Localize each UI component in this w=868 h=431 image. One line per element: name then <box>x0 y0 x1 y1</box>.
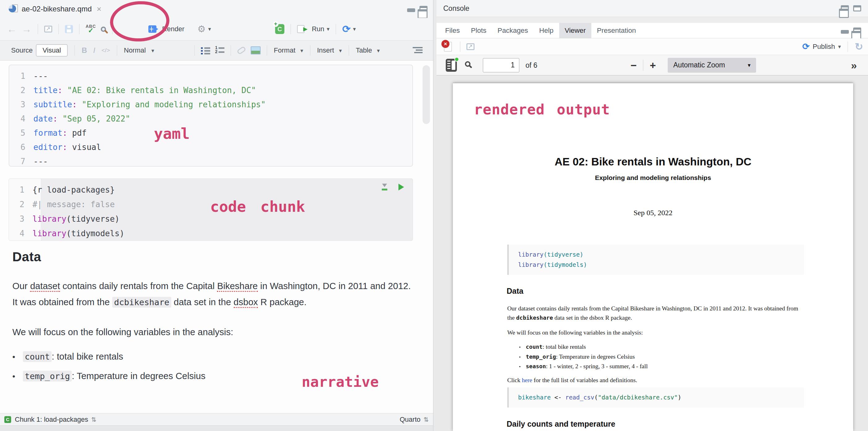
paragraph-style-label: Normal <box>124 47 146 54</box>
render-button[interactable]: Render <box>146 23 187 35</box>
table-menu-label: Table <box>356 47 372 54</box>
source-document-button[interactable]: ⟳ ▾ <box>340 22 358 36</box>
console-title[interactable]: Console <box>443 4 469 13</box>
source-mode-toggle[interactable]: Source <box>8 44 36 56</box>
outline-toggle-button[interactable] <box>410 45 425 56</box>
render-options-caret-icon[interactable]: ▾ <box>208 26 211 32</box>
run-chunk-icon[interactable] <box>399 184 404 190</box>
tab-packages[interactable]: Packages <box>492 23 534 38</box>
yaml-block[interactable]: 1--- 2title: "AE 02: Bike rentals in Was… <box>9 65 413 167</box>
tab-plots[interactable]: Plots <box>466 23 492 38</box>
quarto-file-icon <box>9 4 18 13</box>
run-icon <box>297 25 305 33</box>
open-in-new-window-button[interactable] <box>42 24 55 34</box>
run-label: Run <box>312 25 324 33</box>
minimize-pane-icon[interactable] <box>407 8 415 12</box>
forward-button[interactable]: → <box>19 22 34 36</box>
restore-pane-icon[interactable] <box>841 5 849 11</box>
document-tab[interactable]: ae-02-bikeshare.qmd × <box>6 0 104 18</box>
toolbar-more-icon[interactable]: » <box>851 59 857 71</box>
minimize-pane-icon[interactable] <box>841 30 849 34</box>
code-chunk-block[interactable]: 1{r load-packages} 2#| message: false 3l… <box>9 178 413 241</box>
spellcheck-icon: ABC✓ <box>86 24 96 34</box>
zoom-out-button[interactable]: − <box>630 59 637 71</box>
pdf-viewer-content[interactable]: rendered output AE 02: Bike rentals in W… <box>436 75 868 431</box>
pdf-viewer-toolbar: of 6 − + Automatic Zoom ▾ » <box>436 55 868 75</box>
italic-button[interactable]: I <box>90 46 99 55</box>
yaml-line: 2title: "AE 02: Bike rentals in Washingt… <box>9 83 412 97</box>
pdf-link[interactable]: here <box>522 377 532 383</box>
pdf-paragraph: Our dataset contains daily rentals from … <box>507 304 806 322</box>
maximize-pane-icon[interactable] <box>853 5 861 11</box>
paragraph-style-dropdown[interactable]: Normal ▾ <box>121 44 157 56</box>
editor-scrollbar[interactable] <box>423 65 430 124</box>
zoom-in-button[interactable]: + <box>650 59 656 71</box>
link-icon <box>237 46 246 55</box>
code-format-button[interactable]: </> <box>98 47 113 54</box>
page-number-input[interactable] <box>483 58 519 72</box>
tab-files[interactable]: Files <box>440 23 466 38</box>
pdf-paragraph: We will focus on the following variables… <box>507 328 806 337</box>
chunk-nav-icon[interactable]: ⇅ <box>91 416 96 423</box>
run-button[interactable]: Run ▾ <box>294 23 332 35</box>
chunk-status-label[interactable]: Chunk 1: load-packages <box>15 415 88 424</box>
refresh-icon[interactable]: ↻ <box>855 42 863 52</box>
find-replace-button[interactable] <box>98 25 108 34</box>
back-button[interactable]: ← <box>4 22 19 36</box>
render-settings-button[interactable]: ⚙ <box>195 23 208 36</box>
open-in-browser-button[interactable] <box>464 41 477 52</box>
section-heading: Data <box>12 249 414 264</box>
outline-icon <box>413 47 423 54</box>
tab-help[interactable]: Help <box>533 23 559 38</box>
image-button[interactable] <box>248 44 263 56</box>
yaml-line: 1--- <box>9 69 412 83</box>
document-tab-title[interactable]: ae-02-bikeshare.qmd <box>22 5 92 13</box>
chunk-line: 4library(tidymodels) <box>9 226 413 241</box>
tab-presentation[interactable]: Presentation <box>591 23 642 38</box>
insert-chunk-button[interactable]: C <box>273 22 287 36</box>
popout-icon <box>466 43 474 50</box>
source-options-caret-icon: ▾ <box>353 26 356 32</box>
inline-code: temp_orig <box>23 371 72 381</box>
yaml-line: 3subtitle: "Exploring and modeling relat… <box>9 97 412 112</box>
pdf-search-icon[interactable] <box>465 61 470 67</box>
zoom-caret-icon: ▾ <box>748 62 750 69</box>
stop-button[interactable] <box>441 40 455 54</box>
inline-code: count <box>23 351 52 362</box>
spellcheck-button[interactable]: ABC✓ <box>83 22 98 36</box>
insert-menu[interactable]: Insert ▾ <box>314 44 345 56</box>
visual-editor-canvas[interactable]: 1--- 2title: "AE 02: Bike rentals in Was… <box>0 61 433 413</box>
doc-type-label[interactable]: Quarto <box>400 415 421 424</box>
run-chunks-above-icon[interactable] <box>381 184 388 190</box>
insert-menu-label: Insert <box>317 47 334 54</box>
list-item: •season: 1 - winter, 2 - spring, 3 - sum… <box>519 362 797 372</box>
bullet-list-icon <box>201 47 210 54</box>
publish-caret-icon[interactable]: ▾ <box>838 43 841 50</box>
table-menu[interactable]: Table ▾ <box>353 44 383 56</box>
forward-icon: → <box>22 24 32 34</box>
visual-mode-toggle[interactable]: Visual <box>36 44 68 57</box>
bullet-list-button[interactable] <box>198 44 213 56</box>
restore-pane-icon[interactable] <box>853 28 861 34</box>
save-button[interactable] <box>62 23 75 35</box>
tab-viewer[interactable]: Viewer <box>559 23 591 38</box>
viewer-toolbar: ⟳ Publish ▾ ↻ <box>436 38 868 55</box>
yaml-line: 7--- <box>9 154 412 168</box>
paragraph-style-caret-icon: ▾ <box>152 48 154 54</box>
numbered-list-button[interactable] <box>213 44 227 56</box>
link-button[interactable] <box>235 46 248 55</box>
doc-type-caret-icon[interactable]: ⇅ <box>424 416 429 423</box>
yaml-line: 4date: "Sep 05, 2022" <box>9 112 412 126</box>
inline-code: dcbikeshare <box>112 297 171 308</box>
zoom-level-label: Automatic Zoom <box>673 61 725 69</box>
maximize-pane-icon[interactable] <box>420 6 428 12</box>
bold-button[interactable]: B <box>79 46 90 55</box>
table-menu-caret-icon: ▾ <box>377 48 380 54</box>
tab-close-icon[interactable]: × <box>97 4 101 14</box>
format-menu[interactable]: Format ▾ <box>271 44 306 56</box>
pdf-bullet-list: •count: total bike rentals •temp_orig: T… <box>519 342 797 372</box>
publish-label[interactable]: Publish <box>813 43 835 51</box>
editor-status-bar: C Chunk 1: load-packages ⇅ Quarto ⇅ <box>0 413 433 425</box>
zoom-level-dropdown[interactable]: Automatic Zoom ▾ <box>668 58 756 73</box>
popout-icon <box>44 26 52 32</box>
